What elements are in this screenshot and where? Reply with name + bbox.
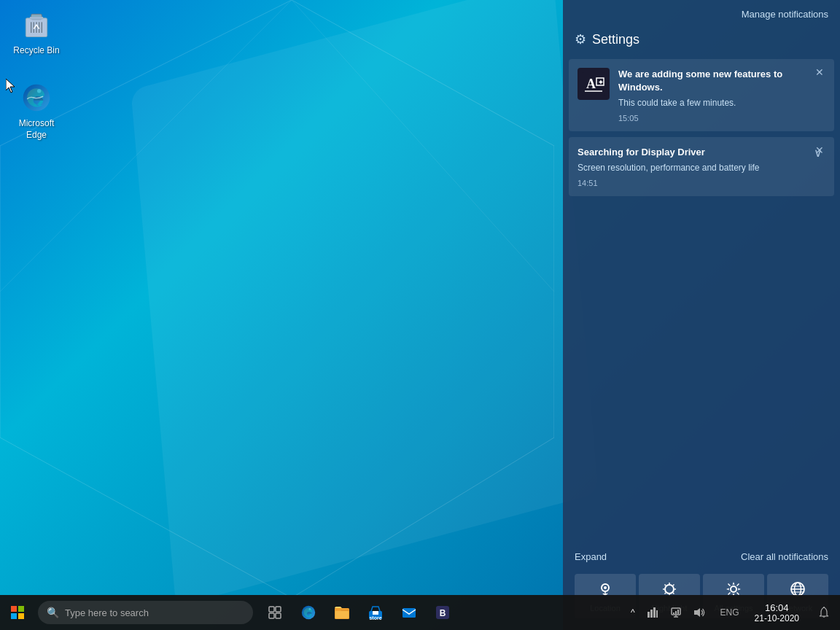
clock-date: 21-10-2020 [755, 613, 799, 623]
svg-rect-59 [656, 610, 658, 618]
svg-rect-38 [11, 613, 17, 619]
svg-line-29 [665, 593, 666, 594]
svg-rect-47 [335, 608, 341, 611]
notification-time-settings: 15:05 [618, 114, 825, 122]
svg-marker-66 [694, 608, 700, 617]
notifications-list: A ✦ We are adding some new features to W… [563, 59, 840, 542]
settings-gear-icon: ⚙ [575, 31, 586, 47]
notification-dismiss-settings[interactable]: ✕ [811, 65, 828, 79]
settings-section-header: ⚙ Settings [563, 26, 840, 59]
edge-desktop-icon[interactable]: Microsoft Edge [7, 80, 66, 141]
tray-overflow-button[interactable]: ^ [628, 607, 638, 618]
svg-rect-41 [276, 607, 281, 612]
system-clock[interactable]: 16:04 21-10-2020 [746, 595, 808, 630]
store-taskbar-icon[interactable]: store [359, 595, 392, 630]
recycle-bin-icon [19, 7, 54, 42]
app-b-taskbar-icon[interactable]: B [427, 595, 459, 630]
notification-card-settings[interactable]: A ✦ We are adding some new features to W… [569, 59, 834, 131]
svg-rect-53 [402, 608, 416, 618]
search-placeholder: Type here to search [65, 607, 149, 618]
edge-icon [19, 80, 54, 115]
svg-point-67 [823, 607, 825, 608]
svg-text:✦: ✦ [598, 79, 604, 86]
svg-rect-57 [650, 610, 653, 618]
notification-panel: Manage notifications ⚙ Settings A ✦ [563, 0, 840, 630]
svg-line-27 [673, 593, 674, 594]
svg-point-20 [604, 586, 607, 589]
svg-text:B: B [440, 608, 446, 618]
notification-body-settings: This could take a few minutes. [618, 97, 825, 109]
tray-network-icon[interactable] [664, 595, 688, 630]
mail-taskbar-icon[interactable] [393, 595, 425, 630]
tray-volume-icon[interactable] [688, 595, 711, 630]
notification-body-display-driver: Screen resolution, performance and batte… [578, 162, 811, 174]
svg-rect-42 [269, 613, 274, 618]
tray-icons [638, 595, 714, 630]
system-tray: ^ [628, 595, 840, 630]
search-bar[interactable]: 🔍 Type here to search [38, 601, 253, 624]
notification-title-display-driver: Searching for Display Driver [578, 146, 811, 159]
expand-button[interactable]: Expand [575, 548, 607, 565]
start-button[interactable] [0, 595, 35, 630]
svg-text:store: store [369, 615, 381, 621]
notification-time-display-driver: 14:51 [578, 179, 811, 187]
svg-line-28 [673, 585, 674, 586]
recycle-bin-label: Recycle Bin [13, 45, 59, 57]
search-icon: 🔍 [47, 607, 59, 618]
tray-language-indicator[interactable]: ENG [714, 595, 746, 630]
panel-header: Manage notifications [563, 0, 840, 26]
taskbar: 🔍 Type here to search [0, 595, 840, 630]
notification-content-display-driver: Searching for Display Driver Screen reso… [578, 146, 811, 187]
recycle-bin-desktop-icon[interactable]: Recycle Bin [7, 7, 66, 57]
svg-rect-36 [11, 606, 17, 612]
notification-dismiss-display-driver[interactable]: ✕ [811, 143, 828, 158]
edge-taskbar-icon[interactable] [292, 595, 324, 630]
svg-point-45 [308, 608, 311, 610]
svg-rect-63 [673, 612, 674, 614]
file-explorer-taskbar-icon[interactable] [326, 595, 358, 630]
clock-time: 16:04 [765, 602, 789, 613]
svg-rect-37 [18, 606, 24, 612]
task-view-button[interactable] [259, 595, 291, 630]
expand-clear-row: Expand Clear all notifications [575, 548, 828, 565]
svg-point-13 [37, 89, 42, 93]
taskbar-pinned-apps: store B [259, 595, 459, 630]
svg-marker-0 [0, 0, 554, 598]
svg-rect-58 [653, 607, 656, 618]
svg-point-21 [665, 585, 674, 594]
edge-label: Microsoft Edge [7, 118, 66, 141]
manage-notifications-link[interactable]: Manage notifications [742, 9, 828, 20]
settings-title: Settings [592, 32, 639, 47]
notification-icon-settings: A ✦ [578, 68, 610, 100]
svg-rect-6 [30, 17, 43, 20]
svg-rect-49 [335, 611, 349, 618]
notification-content-settings: We are adding some new features to Windo… [618, 68, 825, 122]
notification-bell-button[interactable] [808, 595, 840, 630]
svg-rect-65 [677, 610, 679, 614]
svg-line-26 [665, 585, 666, 586]
svg-rect-39 [18, 613, 24, 619]
svg-rect-64 [675, 611, 677, 614]
tray-icon-taskmanager[interactable] [641, 595, 664, 630]
svg-rect-56 [648, 612, 650, 618]
svg-line-1 [292, 0, 554, 292]
clear-all-button[interactable]: Clear all notifications [741, 548, 828, 565]
svg-point-30 [731, 586, 736, 592]
svg-rect-40 [269, 607, 274, 612]
notification-title-settings: We are adding some new features to Windo… [618, 68, 825, 94]
svg-text:A: A [586, 77, 596, 91]
notification-card-display-driver[interactable]: Searching for Display Driver Screen reso… [569, 137, 834, 196]
svg-rect-43 [276, 613, 281, 618]
svg-rect-51 [373, 611, 378, 615]
